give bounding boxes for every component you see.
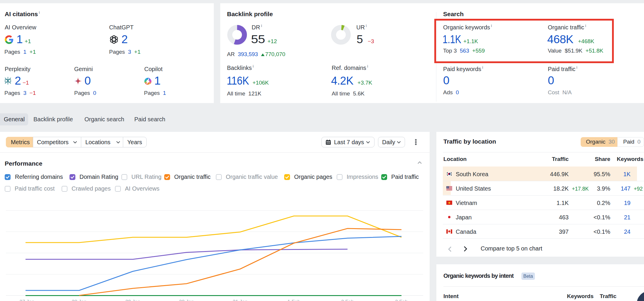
svg-text:1 Feb: 1 Feb bbox=[287, 299, 300, 301]
svg-text:2 Feb: 2 Feb bbox=[341, 299, 354, 301]
svg-text:28 Jan: 28 Jan bbox=[72, 299, 87, 301]
svg-text:30 Jan: 30 Jan bbox=[179, 299, 194, 301]
svg-text:29 Jan: 29 Jan bbox=[125, 299, 140, 301]
svg-text:3 Feb: 3 Feb bbox=[395, 299, 408, 301]
svg-text:31 Jan: 31 Jan bbox=[233, 299, 248, 301]
svg-text:27 Jan: 27 Jan bbox=[19, 299, 34, 301]
